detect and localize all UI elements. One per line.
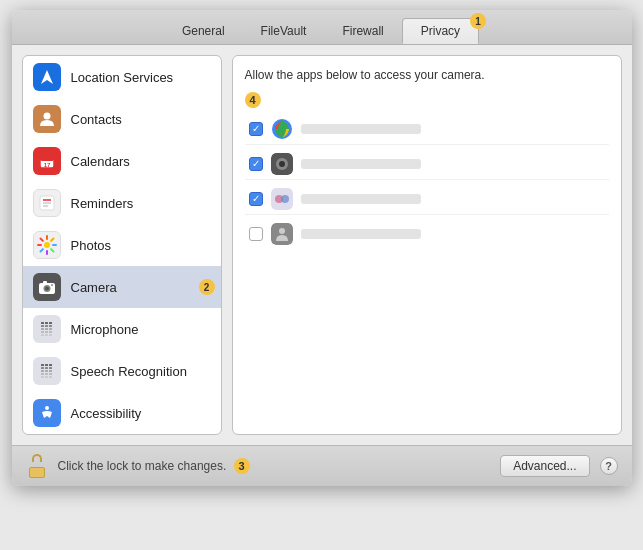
sidebar-item-reminders[interactable]: Reminders <box>23 182 221 224</box>
app-name-1 <box>301 124 421 134</box>
tab-filevault[interactable]: FileVault <box>243 18 325 44</box>
svg-point-62 <box>279 228 285 234</box>
sidebar-item-contacts[interactable]: Contacts <box>23 98 221 140</box>
svg-rect-25 <box>49 322 52 324</box>
svg-marker-0 <box>41 70 53 84</box>
contacts-icon <box>33 105 61 133</box>
svg-rect-40 <box>49 364 52 366</box>
svg-point-1 <box>43 113 50 120</box>
location-icon <box>33 63 61 91</box>
svg-rect-52 <box>49 376 52 378</box>
app-checkbox-3[interactable] <box>249 192 263 206</box>
svg-point-60 <box>281 195 289 203</box>
svg-line-16 <box>51 239 53 241</box>
sidebar-item-location[interactable]: Location Services <box>23 56 221 98</box>
app-icon-4 <box>271 223 293 245</box>
svg-rect-50 <box>41 376 44 378</box>
sidebar-item-calendars[interactable]: 17 Calendars <box>23 140 221 182</box>
camera-icon <box>33 273 61 301</box>
panel-description: Allow the apps below to access your came… <box>245 68 609 82</box>
tab-bar: General FileVault Firewall Privacy 1 <box>12 10 632 45</box>
svg-rect-45 <box>45 370 48 372</box>
svg-rect-30 <box>45 328 48 330</box>
sidebar-item-accessibility[interactable]: Accessibility <box>23 392 221 434</box>
lock-shackle <box>32 454 42 462</box>
camera-badge: 2 <box>199 279 215 295</box>
svg-rect-43 <box>49 367 52 369</box>
help-button[interactable]: ? <box>600 457 618 475</box>
main-content: Location Services Contacts 17 <box>12 45 632 445</box>
tab-privacy-badge: 1 <box>470 13 486 29</box>
svg-line-14 <box>40 239 42 241</box>
reminders-icon <box>33 189 61 217</box>
app-icon-2 <box>271 153 293 175</box>
advanced-button[interactable]: Advanced... <box>500 455 589 477</box>
app-row <box>245 184 609 215</box>
app-name-3 <box>301 194 421 204</box>
svg-rect-38 <box>41 364 44 366</box>
sidebar-item-photos[interactable]: Photos <box>23 224 221 266</box>
main-window: General FileVault Firewall Privacy 1 Loc… <box>12 10 632 486</box>
svg-rect-27 <box>45 325 48 327</box>
svg-point-22 <box>51 284 53 286</box>
tab-firewall[interactable]: Firewall <box>324 18 401 44</box>
sidebar-label-speech: Speech Recognition <box>71 364 187 379</box>
photos-icon <box>33 231 61 259</box>
svg-rect-35 <box>41 334 44 336</box>
sidebar-item-speech[interactable]: Speech Recognition <box>23 350 221 392</box>
sidebar-label-camera: Camera <box>71 280 117 295</box>
svg-point-53 <box>45 406 49 410</box>
microphone-icon <box>33 315 61 343</box>
accessibility-icon <box>33 399 61 427</box>
svg-line-15 <box>51 249 53 251</box>
svg-point-20 <box>45 287 49 291</box>
app-name-4 <box>301 229 421 239</box>
speech-icon <box>33 357 61 385</box>
svg-rect-51 <box>45 376 48 378</box>
svg-rect-49 <box>49 373 52 375</box>
svg-rect-36 <box>45 334 48 336</box>
app-icon-3 <box>271 188 293 210</box>
sidebar-item-microphone[interactable]: Microphone <box>23 308 221 350</box>
sidebar-label-reminders: Reminders <box>71 196 134 211</box>
svg-text:17: 17 <box>43 162 50 168</box>
sidebar: Location Services Contacts 17 <box>22 55 222 435</box>
tab-privacy[interactable]: Privacy 1 <box>402 18 479 44</box>
footer: Click the lock to make changes. 3 Advanc… <box>12 445 632 486</box>
sidebar-item-camera[interactable]: Camera 2 <box>23 266 221 308</box>
app-row <box>245 114 609 145</box>
svg-rect-34 <box>49 331 52 333</box>
app-row <box>245 149 609 180</box>
svg-point-9 <box>44 242 50 248</box>
panel-badge: 4 <box>245 92 261 108</box>
svg-rect-26 <box>41 325 44 327</box>
svg-rect-46 <box>49 370 52 372</box>
app-checkbox-1[interactable] <box>249 122 263 136</box>
sidebar-label-microphone: Microphone <box>71 322 139 337</box>
app-list <box>245 114 609 249</box>
svg-rect-24 <box>45 322 48 324</box>
svg-rect-33 <box>45 331 48 333</box>
app-checkbox-4[interactable] <box>249 227 263 241</box>
footer-text: Click the lock to make changes. 3 <box>58 458 491 474</box>
lock-body <box>29 467 45 478</box>
app-checkbox-2[interactable] <box>249 157 263 171</box>
app-row <box>245 219 609 249</box>
svg-rect-39 <box>45 364 48 366</box>
svg-rect-47 <box>41 373 44 375</box>
svg-rect-21 <box>43 281 47 284</box>
svg-rect-48 <box>45 373 48 375</box>
svg-point-57 <box>279 161 285 167</box>
svg-rect-28 <box>49 325 52 327</box>
tab-general[interactable]: General <box>164 18 243 44</box>
footer-badge: 3 <box>234 458 250 474</box>
sidebar-label-location: Location Services <box>71 70 174 85</box>
svg-rect-42 <box>45 367 48 369</box>
right-panel: Allow the apps below to access your came… <box>232 55 622 435</box>
sidebar-label-photos: Photos <box>71 238 111 253</box>
sidebar-label-contacts: Contacts <box>71 112 122 127</box>
app-icon-1 <box>271 118 293 140</box>
svg-rect-29 <box>41 328 44 330</box>
app-name-2 <box>301 159 421 169</box>
svg-rect-41 <box>41 367 44 369</box>
